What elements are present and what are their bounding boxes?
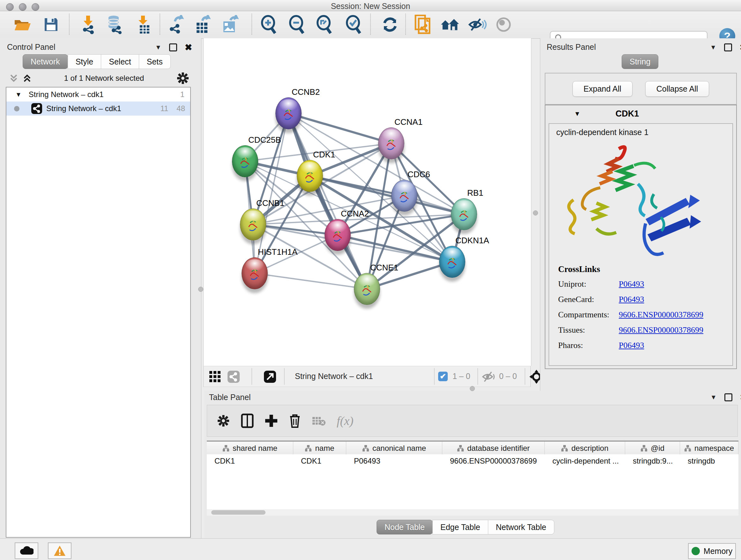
string-view-button[interactable] bbox=[227, 370, 240, 384]
grid-view-button[interactable] bbox=[209, 370, 221, 384]
tab-network[interactable]: Network bbox=[23, 54, 68, 69]
memory-button[interactable]: Memory bbox=[688, 543, 736, 559]
column-header-description[interactable]: description bbox=[545, 442, 625, 455]
save-session-button[interactable] bbox=[42, 15, 61, 34]
table-cell[interactable]: CDK1 bbox=[207, 456, 293, 465]
tab-edge-table[interactable]: Edge Table bbox=[432, 520, 488, 535]
export-image-button[interactable] bbox=[220, 15, 239, 34]
zoom-fit-button[interactable] bbox=[315, 15, 334, 34]
scrollbar-thumb[interactable] bbox=[211, 510, 266, 515]
crosslink-link[interactable]: 9606.ENSP00000378699 bbox=[619, 325, 703, 335]
crosslink-link[interactable]: P06493 bbox=[619, 341, 644, 350]
network-edge-HIST1H1A-CCNE1[interactable] bbox=[255, 273, 367, 289]
panel-close-icon[interactable]: ✖ bbox=[185, 44, 192, 51]
show-all-button[interactable] bbox=[494, 15, 513, 34]
left-splitter-handle[interactable] bbox=[198, 287, 203, 292]
tab-node-table[interactable]: Node Table bbox=[377, 520, 433, 535]
table-options-gear-icon[interactable] bbox=[217, 414, 230, 428]
tab-select[interactable]: Select bbox=[101, 54, 139, 69]
network-edge-CDK1-RB1[interactable] bbox=[310, 176, 464, 214]
network-node-RB1[interactable] bbox=[451, 198, 477, 230]
tab-style[interactable]: Style bbox=[68, 54, 102, 69]
network-node-CDKN1A[interactable] bbox=[439, 246, 465, 278]
crosslink-link[interactable]: 9606.ENSP00000378699 bbox=[619, 310, 703, 320]
hide-selection-button[interactable] bbox=[468, 15, 487, 34]
zoom-selected-button[interactable] bbox=[344, 15, 363, 34]
panel-float-icon[interactable] bbox=[724, 44, 732, 51]
export-network-button[interactable] bbox=[167, 15, 186, 34]
network-canvas[interactable]: CCNB2 CCNA1 CDC25B CDK1 CDC6 bbox=[203, 38, 531, 366]
collapse-all-icon[interactable] bbox=[9, 73, 18, 83]
table-horizontal-scrollbar[interactable] bbox=[207, 509, 738, 516]
zoom-in-button[interactable] bbox=[259, 15, 278, 34]
table-cell[interactable]: stringdb:9... bbox=[625, 456, 680, 465]
zoom-out-button[interactable] bbox=[287, 15, 307, 34]
panel-float-icon[interactable] bbox=[169, 44, 177, 51]
table-cell[interactable]: 9606.ENSP00000378699 bbox=[442, 456, 545, 465]
network-tree: ▼ String Network – cdk1 1 String Network… bbox=[6, 87, 191, 538]
crosslink-label: Compartments: bbox=[558, 310, 619, 320]
network-node-CCNA2[interactable] bbox=[325, 219, 351, 251]
table-row[interactable]: CDK1CDK1P064939606.ENSP00000378699cyclin… bbox=[207, 454, 738, 468]
delete-column-icon[interactable] bbox=[289, 414, 301, 428]
network-node-CDK1[interactable] bbox=[297, 160, 323, 192]
collection-expand-icon[interactable]: ▼ bbox=[15, 91, 22, 98]
network-row[interactable]: String Network – cdk1 11 48 bbox=[6, 102, 190, 116]
network-node-HIST1H1A[interactable] bbox=[242, 257, 268, 289]
entry-collapse-icon[interactable]: ▼ bbox=[574, 110, 581, 118]
open-in-window-button[interactable] bbox=[264, 370, 276, 384]
tab-sets[interactable]: Sets bbox=[139, 54, 171, 69]
column-hierarchy-icon bbox=[305, 445, 312, 452]
network-options-gear-icon[interactable] bbox=[176, 71, 190, 85]
node-gloss-highlight bbox=[358, 275, 376, 287]
column-header-namespace[interactable]: namespace bbox=[680, 442, 738, 455]
network-node-CCNE1[interactable] bbox=[354, 273, 380, 305]
add-column-icon[interactable] bbox=[265, 414, 278, 428]
panel-float-icon[interactable] bbox=[724, 393, 732, 401]
crosslink-row: Uniprot:P06493 bbox=[558, 279, 727, 289]
table-cell[interactable]: cyclin-dependent ... bbox=[545, 456, 625, 465]
column-header-shared-name[interactable]: shared name bbox=[207, 442, 293, 455]
network-collection-row[interactable]: ▼ String Network – cdk1 1 bbox=[6, 87, 190, 102]
network-node-CDC6[interactable] bbox=[391, 180, 417, 212]
table-cell[interactable]: P06493 bbox=[346, 456, 442, 465]
cloud-status-button[interactable] bbox=[15, 543, 38, 559]
table-cell[interactable]: stringdb bbox=[680, 456, 738, 465]
tab-network-table[interactable]: Network Table bbox=[488, 520, 554, 535]
network-node-CCNB2[interactable] bbox=[275, 98, 301, 129]
import-table-file-button[interactable] bbox=[134, 15, 153, 34]
function-builder-button: f(x) bbox=[337, 414, 354, 428]
network-node-CDC25B[interactable] bbox=[232, 145, 258, 177]
right-splitter-handle[interactable] bbox=[533, 210, 538, 215]
selected-checkbox-icon[interactable]: ✔ bbox=[438, 372, 448, 381]
column-header-canonical-name[interactable]: canonical name bbox=[346, 442, 442, 455]
collapse-all-button[interactable]: Collapse All bbox=[645, 81, 710, 97]
import-network-file-button[interactable] bbox=[78, 15, 98, 34]
panel-menu-icon[interactable]: ▼ bbox=[711, 394, 717, 401]
network-edge-CCNB2-CCNA1[interactable] bbox=[288, 113, 391, 143]
expand-all-button[interactable]: Expand All bbox=[572, 81, 632, 97]
home-button[interactable] bbox=[441, 15, 460, 34]
table-cell[interactable]: CDK1 bbox=[293, 456, 346, 465]
network-node-CCNB1[interactable] bbox=[240, 208, 266, 240]
refresh-button[interactable] bbox=[381, 15, 400, 34]
crosslink-link[interactable]: P06493 bbox=[619, 279, 644, 289]
show-columns-icon[interactable] bbox=[241, 414, 254, 428]
warnings-button[interactable] bbox=[48, 543, 71, 559]
panel-close-icon[interactable]: ✖ bbox=[740, 44, 741, 51]
column-header-database-identifier[interactable]: database identifier bbox=[442, 442, 545, 455]
string-document-button[interactable] bbox=[413, 15, 432, 34]
crosslink-link[interactable]: P06493 bbox=[619, 295, 644, 304]
bottom-splitter-handle[interactable] bbox=[470, 386, 475, 391]
expand-all-icon[interactable] bbox=[22, 73, 32, 83]
results-entry-header[interactable]: ▼ CDK1 bbox=[545, 105, 736, 122]
open-session-button[interactable] bbox=[13, 15, 32, 34]
column-header--id[interactable]: @id bbox=[625, 442, 680, 455]
panel-menu-icon[interactable]: ▼ bbox=[710, 44, 717, 51]
panel-menu-icon[interactable]: ▼ bbox=[155, 44, 161, 51]
tab-string[interactable]: String bbox=[622, 54, 658, 69]
network-node-CCNA1[interactable] bbox=[378, 127, 404, 159]
column-header-name[interactable]: name bbox=[293, 442, 346, 455]
export-table-button[interactable] bbox=[193, 15, 212, 34]
import-network-database-button[interactable] bbox=[105, 15, 125, 34]
